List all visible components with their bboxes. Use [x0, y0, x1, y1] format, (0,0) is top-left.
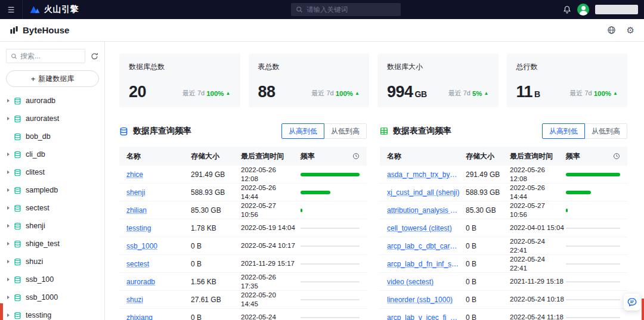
expand-chevron-icon[interactable] — [7, 224, 10, 228]
sort-high-to-low-button[interactable]: 从高到低 — [281, 123, 324, 139]
expand-chevron-icon[interactable] — [7, 188, 10, 192]
sidebar-database-item[interactable]: auroratest — [0, 110, 104, 128]
sidebar-database-item[interactable]: sampledb — [0, 181, 104, 199]
frequency-bar — [566, 281, 620, 282]
expand-chevron-icon[interactable] — [7, 313, 10, 317]
row-name-link[interactable]: asda_r_mch_trx_by_hr... — [387, 170, 466, 179]
row-name-link[interactable]: sectest — [126, 260, 191, 268]
trend-up-arrow-icon: ▲ — [484, 91, 489, 96]
stat-label: 数据库总数 — [129, 62, 231, 72]
row-name-link[interactable]: shuzi — [126, 296, 191, 304]
table-row: zhixiang 0 B 2022-05-24 — [119, 309, 367, 320]
panel-title: 数据表查询频率 — [393, 126, 451, 136]
frequency-bar — [566, 191, 591, 194]
sidebar-database-item[interactable]: sectest — [0, 199, 104, 217]
customer-service-chat-button[interactable] — [624, 294, 640, 310]
clock-icon — [613, 153, 620, 160]
search-placeholder: 请输入关键词 — [306, 5, 348, 14]
row-name-link[interactable]: zhice — [126, 170, 191, 179]
row-name-link[interactable]: attribution_analysis (z... — [387, 206, 466, 215]
row-name-link[interactable]: cell_towers4 (clitest) — [387, 224, 466, 232]
row-time-cell: 2022-05-24 11:18 — [510, 313, 566, 320]
sort-high-to-low-button[interactable]: 从高到低 — [542, 123, 585, 139]
row-name-link[interactable]: arcp_lab_d_fn_inf_s (z... — [387, 260, 466, 268]
row-time-cell: 2022-05-24 — [241, 313, 301, 320]
row-size-cell: 0 B — [466, 260, 510, 268]
expand-chevron-icon[interactable] — [7, 260, 10, 263]
row-name-link[interactable]: auroradb — [126, 278, 191, 286]
row-name-link[interactable]: zhilian — [126, 206, 191, 215]
table-row: xj_cust_ind_all (shenji) 588.93 GB 2022-… — [380, 184, 627, 201]
sort-low-to-high-button[interactable]: 从低到高 — [324, 123, 367, 139]
user-avatar[interactable] — [577, 4, 589, 15]
sort-low-to-high-button[interactable]: 从低到高 — [584, 123, 627, 139]
column-header-time: 最后查询时间 — [241, 151, 301, 161]
sidebar-database-item[interactable]: tessting — [0, 306, 104, 320]
product-tabs — [91, 19, 212, 42]
row-name-link[interactable]: lineorder (ssb_1000) — [387, 296, 466, 304]
sidebar-database-item[interactable]: shige_test — [0, 235, 104, 253]
sidebar-database-item[interactable]: cli_db — [0, 145, 104, 163]
new-database-button[interactable]: + 新建数据库 — [6, 70, 99, 87]
table-row: arcp_lab_v_icec_fi_pre... 0 B 2022-05-24… — [380, 309, 627, 320]
row-frequency-cell — [566, 317, 620, 318]
sidebar-database-item[interactable]: bob_db — [0, 128, 104, 145]
stat-value: 20 — [129, 83, 146, 101]
expand-chevron-icon[interactable] — [7, 99, 10, 102]
volcano-engine-brand[interactable]: 火山引擎 — [30, 4, 79, 15]
row-name-link[interactable]: xj_cust_ind_all (shenji) — [387, 188, 466, 197]
bytehouse-brand[interactable]: ByteHouse — [10, 25, 69, 35]
row-name-link[interactable]: shenji — [126, 188, 191, 197]
row-name-link[interactable]: ssb_1000 — [126, 242, 191, 250]
row-name-link[interactable]: video (sectest) — [387, 278, 466, 286]
row-size-cell: 85.30 GB — [191, 206, 241, 215]
stat-card: 表总数 88 最近 7d 100% ▲ — [249, 54, 370, 107]
sidebar-database-item[interactable]: shenji — [0, 217, 104, 235]
row-name-link[interactable]: arcp_lab_c_dbt_card_t... — [387, 242, 466, 250]
frequency-bar — [301, 228, 360, 229]
table-row: arcp_lab_d_fn_inf_s (z... 0 B 2022-05-24… — [380, 255, 627, 273]
global-search-input[interactable]: 请输入关键词 — [291, 3, 401, 16]
sidebar-search-placeholder: 搜索... — [20, 51, 41, 61]
hamburger-icon: ☰ — [8, 5, 15, 14]
expand-chevron-icon[interactable] — [7, 206, 10, 210]
row-time-cell: 2022-04-01 15:04 — [510, 223, 566, 232]
table-row: lineorder (ssb_1000) 0 B 2022-05-24 10:1… — [380, 291, 627, 309]
hamburger-menu-button[interactable]: ☰ — [0, 0, 23, 19]
database-name: auroradb — [26, 97, 55, 105]
sidebar-database-item[interactable]: shuzi — [0, 253, 104, 271]
database-name: ssb_1000 — [26, 293, 58, 302]
expand-chevron-icon[interactable] — [7, 117, 10, 120]
sidebar-search-input[interactable]: 搜索... — [6, 49, 85, 63]
row-name-link[interactable]: arcp_lab_v_icec_fi_pre... — [387, 313, 466, 320]
database-frequency-table: zhice 291.49 GB 2022-05-26 12:08 shenji … — [119, 166, 367, 320]
stat-label: 总行数 — [516, 62, 618, 72]
database-name: tessting — [26, 311, 51, 319]
stats-row: 数据库总数 20 最近 7d 100% ▲ 表总数 88 最近 7d 100% … — [119, 54, 627, 107]
database-name: shenji — [26, 222, 45, 230]
row-name-link[interactable]: zhixiang — [126, 313, 191, 320]
stat-card: 总行数 11B 最近 7d 100% ▲ — [507, 54, 628, 107]
frequency-bar — [301, 299, 360, 300]
row-size-cell: 0 B — [466, 278, 510, 286]
sidebar-database-item[interactable]: clitest — [0, 163, 104, 181]
expand-chevron-icon[interactable] — [7, 278, 10, 281]
database-name: sampledb — [26, 186, 58, 194]
notification-bell-icon[interactable] — [563, 5, 571, 14]
expand-chevron-icon[interactable] — [7, 170, 10, 174]
volcano-logo-icon — [30, 5, 41, 14]
trend-up-arrow-icon: ▲ — [355, 91, 360, 96]
sidebar-database-item[interactable]: ssb_100 — [0, 271, 104, 288]
sidebar-database-item[interactable]: ssb_1000 — [0, 288, 104, 306]
database-icon — [14, 312, 21, 319]
expand-chevron-icon[interactable] — [7, 296, 10, 299]
settings-gear-icon[interactable]: ⚙ — [627, 26, 634, 35]
refresh-icon[interactable] — [91, 52, 98, 60]
language-globe-icon[interactable] — [607, 26, 616, 35]
sidebar-database-item[interactable]: auroradb — [0, 92, 104, 110]
expand-chevron-icon[interactable] — [7, 242, 10, 246]
row-time-cell: 2022-05-24 10:17 — [241, 241, 301, 250]
expand-chevron-icon[interactable] — [7, 153, 10, 156]
table-row: shenji 588.93 GB 2022-05-26 14:44 — [119, 184, 367, 201]
row-name-link[interactable]: tessting — [126, 224, 191, 232]
